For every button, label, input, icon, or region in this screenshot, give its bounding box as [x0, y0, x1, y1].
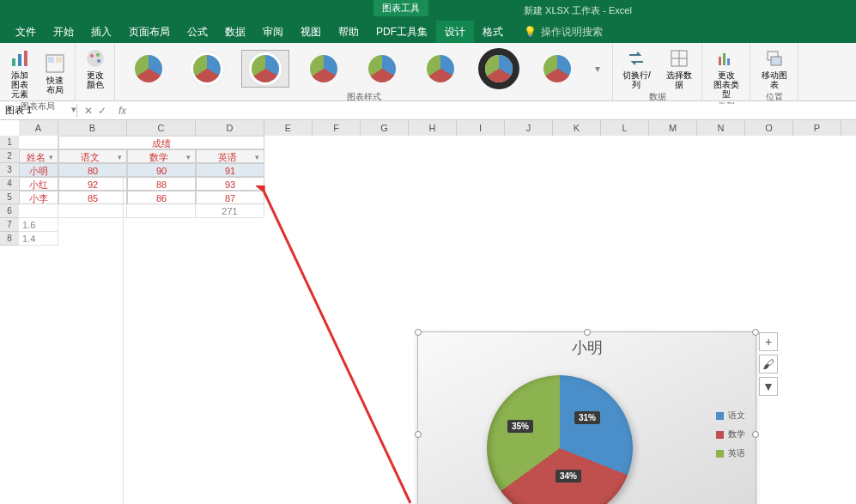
svg-rect-13: [719, 57, 721, 65]
resize-handle[interactable]: [752, 329, 759, 336]
column-header[interactable]: D: [196, 120, 264, 136]
column-headers[interactable]: ABCDEFGHIJKLMNOP: [19, 120, 856, 136]
table-cell[interactable]: 86: [127, 191, 196, 204]
row-header[interactable]: 8: [0, 232, 19, 246]
select-data-button[interactable]: 选择数据: [662, 46, 696, 91]
chart-styles-button[interactable]: 🖌: [759, 355, 778, 373]
svg-rect-14: [723, 53, 725, 65]
spreadsheet-grid[interactable]: ABCDEFGHIJKLMNOP 1 2 3 4 5 6 7 8 成绩 姓名▾ …: [0, 120, 856, 246]
tab-pdf[interactable]: PDF工具集: [367, 21, 436, 43]
add-chart-element-button[interactable]: 添加图表 元素: [5, 46, 34, 100]
header-cell[interactable]: 语文▾: [58, 149, 127, 163]
data-cell[interactable]: 1.6: [19, 218, 58, 232]
table-cell[interactable]: 88: [127, 177, 196, 191]
header-cell[interactable]: 英语▾: [196, 149, 264, 163]
table-cell[interactable]: 93: [196, 177, 264, 191]
tab-home[interactable]: 开始: [45, 21, 82, 43]
styles-more-button[interactable]: ▾: [592, 59, 604, 78]
table-cell[interactable]: 80: [58, 163, 127, 177]
tab-view[interactable]: 视图: [292, 21, 330, 43]
column-header[interactable]: H: [409, 120, 457, 136]
tab-design[interactable]: 设计: [436, 21, 474, 43]
pie-chart[interactable]: 31% 34% 35%: [487, 375, 633, 504]
column-header[interactable]: B: [58, 120, 127, 136]
row-header[interactable]: 4: [0, 177, 19, 191]
chart-object[interactable]: 小明 31% 34% 35% 语文 数学 英语 + 🖌 ▼: [417, 331, 756, 504]
row-headers[interactable]: 1 2 3 4 5 6 7 8: [0, 136, 19, 246]
row-header[interactable]: 1: [0, 136, 19, 149]
chart-style-4[interactable]: [300, 50, 348, 88]
enter-icon[interactable]: ✓: [98, 105, 106, 117]
header-cell[interactable]: 数学▾: [127, 149, 196, 163]
switch-row-col-button[interactable]: 切换行/列: [618, 46, 655, 91]
resize-handle[interactable]: [415, 329, 422, 336]
row-header[interactable]: 6: [0, 204, 19, 218]
resize-handle[interactable]: [584, 329, 591, 336]
legend-swatch: [716, 412, 724, 420]
column-header[interactable]: I: [457, 120, 505, 136]
column-header[interactable]: O: [745, 120, 793, 136]
column-header[interactable]: C: [127, 120, 196, 136]
change-chart-type-button[interactable]: 更改 图表类型: [707, 46, 744, 100]
chart-style-5[interactable]: [358, 50, 406, 88]
column-header[interactable]: G: [361, 120, 409, 136]
column-header[interactable]: A: [19, 120, 58, 136]
header-cell[interactable]: 姓名▾: [19, 149, 58, 163]
column-header[interactable]: F: [313, 120, 361, 136]
tell-me-search[interactable]: 💡 操作说明搜索: [524, 25, 603, 39]
row-header[interactable]: 2: [0, 149, 19, 163]
column-header[interactable]: K: [553, 120, 601, 136]
column-header[interactable]: P: [793, 120, 841, 136]
chart-style-6[interactable]: [416, 50, 464, 88]
tab-layout[interactable]: 页面布局: [120, 21, 179, 43]
tab-file[interactable]: 文件: [7, 21, 45, 43]
chart-style-7[interactable]: [475, 50, 523, 88]
table-cell[interactable]: 91: [196, 163, 264, 177]
row-header[interactable]: 7: [0, 218, 19, 232]
formula-bar: 图表 1 ▾ ✕ ✓ fx: [0, 101, 856, 120]
tab-review[interactable]: 审阅: [254, 21, 292, 43]
ribbon-colors-group: 更改 颜色: [76, 43, 115, 100]
chart-filter-button[interactable]: ▼: [759, 377, 778, 396]
change-colors-button[interactable]: 更改 颜色: [82, 46, 109, 91]
chart-title[interactable]: 小明: [418, 332, 756, 358]
tab-help[interactable]: 帮助: [330, 21, 367, 43]
chart-legend[interactable]: 语文 数学 英语: [716, 410, 745, 466]
column-header[interactable]: M: [649, 120, 697, 136]
table-cell[interactable]: 92: [58, 177, 127, 191]
name-box[interactable]: 图表 1 ▾: [0, 104, 77, 117]
quick-layout-button[interactable]: 快速布局: [41, 52, 70, 96]
tab-format[interactable]: 格式: [474, 21, 512, 43]
tab-insert[interactable]: 插入: [82, 21, 120, 43]
column-header[interactable]: L: [601, 120, 649, 136]
cells-area[interactable]: 成绩 姓名▾ 语文▾ 数学▾ 英语▾ 小明 80 90 91 小红 92 88 …: [19, 136, 264, 246]
table-cell[interactable]: 87: [196, 191, 264, 204]
cancel-icon[interactable]: ✕: [84, 105, 93, 117]
pie-data-label: 34%: [555, 470, 581, 483]
column-header[interactable]: N: [697, 120, 745, 136]
column-header[interactable]: E: [264, 120, 313, 136]
data-cell[interactable]: 1.4: [19, 232, 58, 246]
column-header[interactable]: J: [505, 120, 553, 136]
table-cell[interactable]: 小红: [19, 177, 58, 191]
ribbon-chart-layout-group: 添加图表 元素 快速布局 图表布局: [0, 43, 76, 100]
chart-style-3[interactable]: [241, 50, 289, 88]
chart-style-1[interactable]: [124, 50, 173, 88]
formula-input[interactable]: [126, 104, 856, 117]
chart-style-2[interactable]: [183, 50, 231, 88]
table-cell[interactable]: 小李: [19, 191, 58, 204]
row-header[interactable]: 3: [0, 163, 19, 177]
tab-formulas[interactable]: 公式: [179, 21, 216, 43]
resize-handle[interactable]: [752, 431, 759, 438]
table-cell[interactable]: 90: [127, 163, 196, 177]
move-chart-button[interactable]: 移动图表: [756, 46, 792, 91]
chart-style-8[interactable]: [533, 50, 581, 88]
row-header[interactable]: 5: [0, 191, 19, 204]
table-cell[interactable]: 小明: [19, 163, 58, 177]
merged-header-cell[interactable]: 成绩: [58, 136, 264, 149]
tab-data[interactable]: 数据: [216, 21, 254, 43]
resize-handle[interactable]: [415, 431, 422, 438]
sum-cell[interactable]: 271: [196, 204, 264, 218]
chart-elements-button[interactable]: +: [759, 332, 778, 351]
table-cell[interactable]: 85: [58, 191, 127, 204]
